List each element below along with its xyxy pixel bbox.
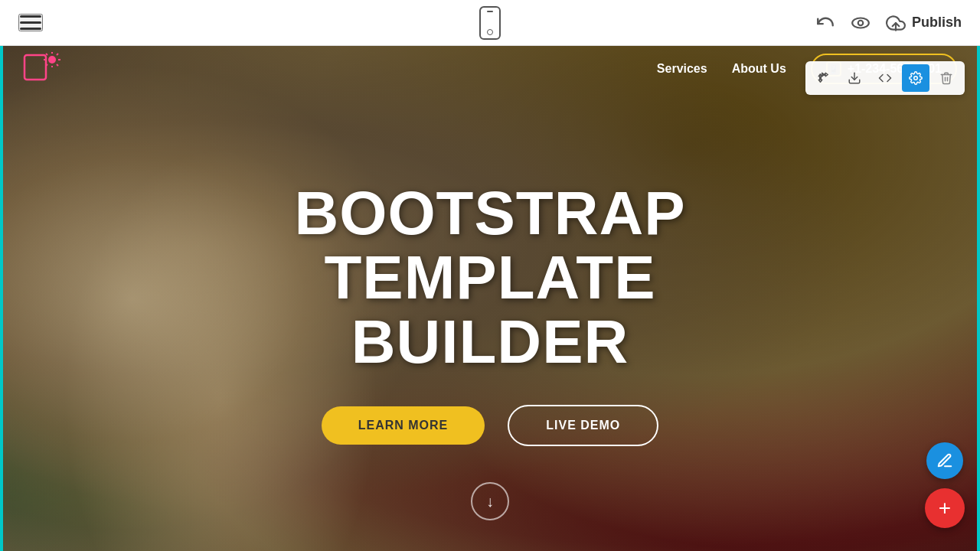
undo-button[interactable]	[815, 13, 835, 33]
svg-line-11	[46, 54, 47, 55]
svg-line-9	[57, 64, 58, 66]
main-canvas: Services About Us 📱 +1-234-567-8901	[0, 46, 980, 551]
svg-point-5	[48, 56, 56, 64]
code-tool-button[interactable]	[871, 64, 899, 92]
toolbar-center	[479, 6, 501, 40]
menu-button[interactable]	[18, 14, 43, 31]
settings-tool-button[interactable]	[902, 64, 929, 92]
svg-line-8	[57, 54, 58, 55]
site-logo	[23, 52, 63, 86]
toolbar-right: Publish	[815, 13, 962, 33]
nav-about[interactable]: About Us	[732, 62, 786, 76]
svg-line-12	[46, 64, 47, 66]
move-tool-button[interactable]	[810, 64, 838, 92]
preview-button[interactable]	[851, 13, 871, 33]
scroll-down-button[interactable]: ↓	[471, 482, 509, 520]
publish-button[interactable]: Publish	[886, 13, 962, 33]
scroll-arrow-icon: ↓	[486, 494, 494, 509]
edit-fab-button[interactable]	[926, 442, 963, 479]
live-demo-button[interactable]: LIVE DEMO	[508, 405, 658, 446]
svg-point-1	[858, 20, 864, 25]
hero-content: BOOTSTRAP TEMPLATE BUILDER LEARN MORE LI…	[184, 181, 796, 446]
svg-rect-4	[35, 55, 47, 80]
logo-icon	[23, 52, 63, 86]
learn-more-button[interactable]: LEARN MORE	[322, 406, 485, 445]
phone-outline-icon	[479, 6, 501, 40]
hero-title: BOOTSTRAP TEMPLATE BUILDER	[184, 181, 796, 374]
nav-services[interactable]: Services	[657, 62, 707, 76]
svg-point-15	[914, 77, 918, 80]
hero-buttons: LEARN MORE LIVE DEMO	[184, 405, 796, 446]
delete-tool-button[interactable]	[933, 64, 960, 92]
hero-title-line2: TEMPLATE BUILDER	[324, 243, 655, 376]
section-toolbar	[805, 61, 965, 95]
hero-title-line1: BOOTSTRAP	[294, 179, 685, 247]
fab-container: +	[925, 442, 965, 528]
publish-cloud-icon	[886, 13, 906, 33]
top-toolbar: Publish	[0, 0, 980, 46]
add-fab-button[interactable]: +	[925, 488, 965, 528]
download-tool-button[interactable]	[841, 64, 868, 92]
publish-label: Publish	[912, 15, 962, 31]
add-icon: +	[939, 497, 951, 519]
mobile-view-button[interactable]	[479, 6, 501, 40]
svg-point-0	[852, 18, 869, 28]
toolbar-left	[18, 14, 43, 31]
